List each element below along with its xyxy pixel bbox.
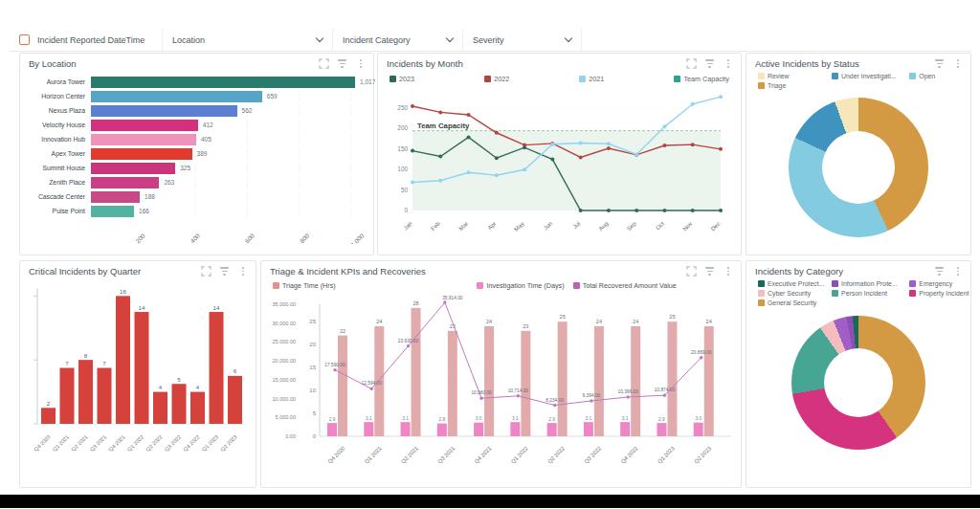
filter-icon[interactable] (704, 58, 715, 69)
investigation-bar[interactable] (547, 423, 557, 436)
data-point[interactable] (719, 209, 723, 212)
data-point[interactable] (411, 104, 414, 108)
expand-icon[interactable] (686, 266, 697, 277)
investigation-bar[interactable] (584, 422, 593, 436)
investigation-bar[interactable] (437, 424, 447, 436)
bar[interactable] (116, 296, 130, 424)
data-point[interactable] (411, 149, 414, 153)
data-point[interactable] (370, 387, 373, 390)
legend-item[interactable]: Open (909, 73, 963, 79)
data-point[interactable] (662, 124, 666, 128)
bar[interactable] (91, 91, 262, 102)
investigation-bar[interactable] (401, 422, 411, 436)
legend-item[interactable]: Person Incident (832, 290, 909, 297)
data-point[interactable] (691, 209, 695, 212)
triage-bar[interactable] (704, 326, 714, 436)
expand-icon[interactable] (686, 58, 697, 69)
investigation-bar[interactable] (510, 422, 520, 436)
data-point[interactable] (607, 142, 611, 145)
investigation-bar[interactable] (364, 422, 373, 436)
legend-item[interactable]: Under Investigati... (832, 73, 909, 79)
data-point[interactable] (579, 155, 583, 159)
filter-icon[interactable] (934, 266, 945, 277)
investigation-bar[interactable] (327, 423, 337, 436)
status-donut-chart[interactable] (789, 98, 928, 237)
data-point[interactable] (523, 167, 526, 171)
bar[interactable] (91, 105, 237, 117)
data-point[interactable] (662, 144, 666, 147)
data-point[interactable] (467, 113, 471, 117)
more-options-icon[interactable] (355, 58, 366, 69)
data-point[interactable] (626, 395, 629, 398)
data-point[interactable] (579, 141, 583, 144)
data-point[interactable] (479, 397, 482, 400)
triage-bar[interactable] (521, 331, 530, 436)
data-point[interactable] (333, 368, 336, 371)
data-point[interactable] (411, 180, 414, 184)
investigation-bar[interactable] (474, 423, 483, 436)
bar[interactable] (190, 392, 205, 424)
data-point[interactable] (700, 356, 702, 359)
data-point[interactable] (467, 135, 471, 139)
date-field[interactable]: Incident Reported DateTime (10, 29, 163, 51)
investigation-bar[interactable] (694, 423, 703, 436)
data-point[interactable] (691, 143, 695, 146)
more-options-icon[interactable] (723, 58, 733, 69)
bar[interactable] (91, 77, 355, 88)
investigation-bar[interactable] (657, 423, 666, 436)
more-options-icon[interactable] (952, 266, 963, 277)
triage-bar[interactable] (667, 321, 677, 436)
legend-item[interactable]: Information Prote... (832, 280, 909, 287)
data-point[interactable] (407, 344, 410, 347)
more-options-icon[interactable] (237, 266, 248, 277)
data-point[interactable] (467, 170, 471, 174)
legend-item[interactable]: Review (758, 73, 832, 79)
data-point[interactable] (553, 404, 556, 407)
expand-icon[interactable] (319, 58, 329, 69)
triage-bar[interactable] (631, 326, 640, 436)
data-point[interactable] (438, 155, 442, 159)
incident-category-dropdown[interactable]: Incident Category (333, 29, 463, 51)
more-options-icon[interactable] (952, 58, 963, 69)
data-point[interactable] (663, 393, 666, 396)
triage-bar[interactable] (338, 336, 347, 436)
bar[interactable] (153, 392, 167, 424)
legend-item[interactable]: Executive Protect... (758, 280, 832, 287)
checkbox-icon[interactable] (19, 34, 30, 45)
bar[interactable] (91, 148, 192, 160)
bar[interactable] (172, 384, 187, 424)
data-point[interactable] (495, 156, 499, 160)
legend-item[interactable]: General Security (758, 299, 832, 306)
bar[interactable] (210, 312, 224, 424)
data-point[interactable] (550, 143, 554, 146)
legend-item[interactable]: Investigation Time (Days) (477, 281, 564, 290)
bar[interactable] (91, 206, 134, 217)
filter-icon[interactable] (219, 266, 230, 277)
data-point[interactable] (635, 209, 638, 212)
data-point[interactable] (495, 173, 499, 177)
legend-item[interactable]: Triage Time (Hrs) (273, 281, 336, 290)
legend-item[interactable]: Triage (758, 82, 832, 89)
legend-item[interactable]: 2022 (484, 75, 509, 83)
bar[interactable] (78, 360, 93, 424)
triage-bar[interactable] (558, 321, 568, 436)
bar[interactable] (91, 120, 198, 131)
legend-item[interactable]: Team Capacity (674, 75, 729, 83)
legend-item[interactable]: 2023 (390, 75, 414, 83)
legend-item[interactable]: Property Incident (909, 290, 963, 297)
bar[interactable] (91, 134, 196, 145)
bar[interactable] (98, 368, 112, 424)
filter-icon[interactable] (934, 58, 945, 69)
data-point[interactable] (443, 300, 446, 303)
category-donut-chart[interactable] (791, 316, 925, 450)
severity-dropdown[interactable]: Severity (463, 29, 582, 51)
data-point[interactable] (523, 145, 526, 149)
data-point[interactable] (438, 179, 442, 183)
data-point[interactable] (550, 158, 554, 162)
triage-bar[interactable] (412, 308, 421, 436)
bar[interactable] (60, 368, 75, 424)
legend-item[interactable]: Total Recovered Amount Value (573, 281, 677, 290)
data-point[interactable] (662, 209, 666, 212)
legend-item[interactable]: Cyber Security (758, 290, 832, 297)
data-point[interactable] (495, 131, 499, 135)
